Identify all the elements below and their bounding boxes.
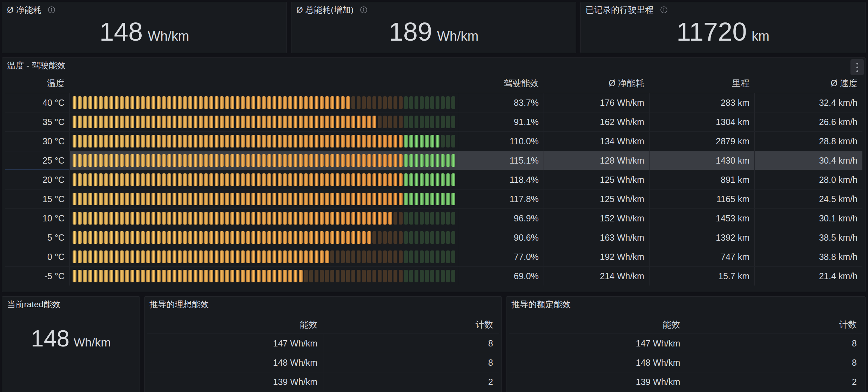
gauge-segment bbox=[152, 231, 155, 244]
gauge-segment bbox=[230, 250, 234, 263]
gauge-segment bbox=[272, 173, 276, 186]
col-header-efficiency[interactable]: 能效 bbox=[509, 319, 686, 330]
col-header-efficiency[interactable]: 能效 bbox=[147, 319, 323, 330]
gauge-segment bbox=[199, 193, 203, 205]
gauge-segment bbox=[120, 154, 124, 167]
col-header-speed[interactable]: Ø 速度 bbox=[754, 77, 862, 89]
count-cell: 8 bbox=[323, 353, 499, 372]
gauge-segment bbox=[130, 231, 134, 244]
gauge-segment bbox=[167, 116, 171, 128]
gauge-segment bbox=[183, 270, 187, 282]
gauge-segment bbox=[351, 173, 355, 186]
gauge-segment bbox=[278, 270, 282, 282]
gauge-segment bbox=[393, 231, 397, 244]
lcd-gauge bbox=[73, 96, 456, 109]
info-icon[interactable] bbox=[48, 6, 55, 14]
col-header-distance[interactable]: 里程 bbox=[649, 77, 754, 89]
value-cell: 118.4% bbox=[459, 170, 544, 189]
gauge-segment bbox=[441, 135, 445, 147]
gauge-segment bbox=[157, 250, 161, 263]
gauge-segment bbox=[183, 193, 187, 205]
gauge-segment bbox=[246, 154, 250, 167]
info-icon[interactable] bbox=[660, 6, 668, 14]
count-cell: 8 bbox=[323, 334, 499, 353]
gauge-segment bbox=[215, 173, 218, 186]
gauge-segment bbox=[167, 135, 171, 147]
col-header-count[interactable]: 计数 bbox=[686, 319, 863, 330]
gauge-segment bbox=[367, 193, 371, 205]
gauge-segment bbox=[278, 96, 282, 109]
gauge-segment bbox=[183, 116, 187, 128]
gauge-segment bbox=[152, 96, 155, 109]
value-cell: 117.8% bbox=[459, 190, 544, 208]
temperature-cell: 10 °C bbox=[5, 209, 69, 228]
gauge-segment bbox=[415, 154, 418, 167]
gauge-segment bbox=[225, 212, 229, 225]
gauge-segment bbox=[320, 250, 324, 263]
gauge-segment bbox=[109, 212, 113, 225]
value-cell: 26.6 km/h bbox=[754, 112, 862, 131]
gauge-segment bbox=[257, 270, 261, 282]
value-cell: 77.0% bbox=[459, 247, 544, 266]
gauge-segment bbox=[320, 154, 324, 167]
table-row: 35 °C91.1%162 Wh/km1304 km26.6 km/h bbox=[5, 112, 862, 131]
value-cell: 24.5 km/h bbox=[754, 190, 862, 208]
gauge-segment bbox=[315, 135, 318, 147]
gauge-segment bbox=[204, 193, 208, 205]
temperature-cell: 30 °C bbox=[5, 132, 69, 151]
gauge-segment bbox=[351, 231, 355, 244]
gauge-segment bbox=[451, 212, 455, 225]
gauge-segment bbox=[330, 173, 334, 186]
col-header-count[interactable]: 计数 bbox=[323, 319, 499, 330]
gauge-segment bbox=[336, 173, 339, 186]
col-header-efficiency[interactable]: 驾驶能效 bbox=[459, 77, 544, 89]
gauge-segment bbox=[146, 154, 150, 167]
gauge-segment bbox=[315, 270, 318, 282]
panel-title: 温度 - 驾驶能效 bbox=[7, 60, 66, 71]
gauge-segment bbox=[173, 135, 176, 147]
gauge-segment bbox=[246, 116, 250, 128]
gauge-segment bbox=[315, 231, 318, 244]
gauge-segment bbox=[199, 231, 203, 244]
gauge-segment bbox=[109, 231, 113, 244]
gauge-segment bbox=[120, 231, 124, 244]
gauge-segment bbox=[146, 135, 150, 147]
gauge-segment bbox=[230, 135, 234, 147]
col-header-net-consumption[interactable]: Ø 净能耗 bbox=[544, 77, 649, 89]
gauge-segment bbox=[409, 96, 413, 109]
gauge-segment bbox=[104, 270, 108, 282]
gauge-segment bbox=[130, 250, 134, 263]
gauge-segment bbox=[294, 270, 297, 282]
gauge-segment bbox=[404, 96, 408, 109]
gauge-segment bbox=[420, 270, 424, 282]
gauge-segment bbox=[283, 231, 287, 244]
col-header-temperature[interactable]: 温度 bbox=[5, 77, 69, 89]
gauge-segment bbox=[83, 270, 87, 282]
gauge-segment bbox=[315, 154, 318, 167]
gauge-segment bbox=[157, 193, 161, 205]
gauge-segment bbox=[236, 154, 240, 167]
gauge-segment bbox=[330, 135, 334, 147]
value-cell: 38.5 km/h bbox=[754, 228, 862, 247]
gauge-segment bbox=[267, 250, 271, 263]
gauge-segment bbox=[88, 135, 92, 147]
gauge-segment bbox=[251, 250, 255, 263]
gauge-segment bbox=[130, 212, 134, 225]
gauge-segment bbox=[73, 270, 76, 282]
gauge-segment bbox=[436, 212, 439, 225]
gauge-segment bbox=[446, 270, 450, 282]
panel-current-rated-efficiency: 当前rated能效 148 Wh/km bbox=[2, 296, 140, 392]
gauge-segment bbox=[209, 154, 213, 167]
gauge-segment bbox=[388, 96, 392, 109]
gauge-segment bbox=[78, 96, 82, 109]
info-icon[interactable] bbox=[360, 6, 368, 14]
gauge-segment bbox=[283, 173, 287, 186]
gauge-segment bbox=[451, 135, 455, 147]
gauge-segment bbox=[130, 154, 134, 167]
gauge-segment bbox=[125, 96, 129, 109]
gauge-segment bbox=[136, 154, 140, 167]
gauge-segment bbox=[94, 116, 97, 128]
gauge-segment bbox=[372, 231, 376, 244]
table-row: 20 °C118.4%125 Wh/km891 km28.0 km/h bbox=[5, 170, 862, 189]
gauge-segment bbox=[167, 231, 171, 244]
